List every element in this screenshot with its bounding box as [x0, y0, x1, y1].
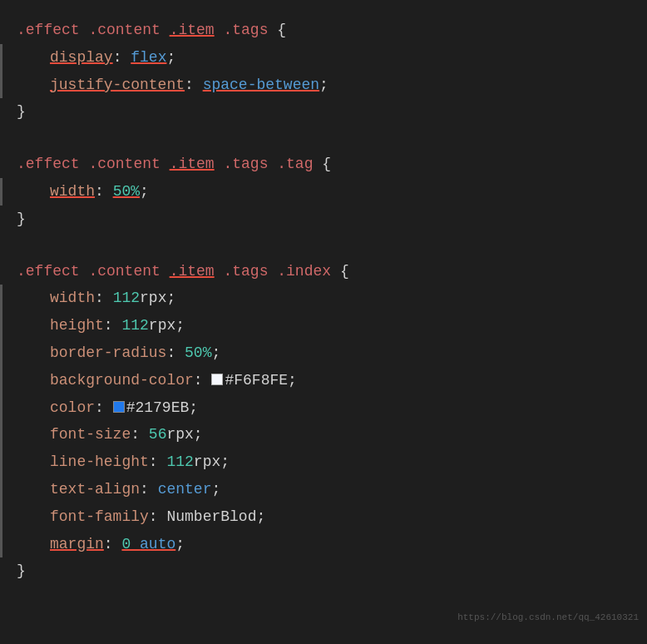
prop-font-size: font-size: 56rpx; — [0, 421, 647, 448]
value-numberbold: NumberBlod — [166, 505, 256, 529]
color-swatch-fg — [113, 401, 125, 413]
value-56: 56 — [149, 423, 167, 447]
value-rpx-fs: rpx — [166, 423, 193, 447]
prop-justify-content: justify-content: space-between; — [0, 72, 647, 99]
prop-display-text: display — [50, 46, 113, 70]
prop-lh-text: line-height — [50, 450, 149, 474]
item-keyword-2: .item — [170, 152, 215, 176]
prop-height-3: height: 112rpx; — [0, 312, 647, 339]
code-container: .effect .content .item .tags { display: … — [0, 0, 647, 627]
prop-bg-text: background-color — [50, 369, 194, 393]
semi: ; — [194, 423, 203, 447]
prop-margin-text: margin — [50, 533, 104, 557]
css-block-2: .effect .content .item .tags .tag { widt… — [0, 151, 647, 232]
prop-justify-text: justify-content — [50, 73, 185, 97]
value-auto: auto — [140, 533, 175, 557]
close-brace-2: } — [0, 206, 647, 233]
prop-border-radius: border-radius: 50%; — [0, 339, 647, 367]
close-brace-3: } — [0, 557, 647, 585]
prop-ta-text: text-align — [50, 478, 140, 502]
value-color-hex: #2179EB — [126, 396, 190, 420]
semi: ; — [211, 478, 220, 502]
semi: ; — [211, 341, 220, 365]
value-0: 0 — [121, 533, 140, 557]
value-112w: 112 — [113, 286, 140, 310]
brace-text: } — [17, 207, 26, 231]
prop-display: display: flex; — [0, 44, 647, 72]
semi: ; — [256, 505, 265, 529]
value-rpx-lh: rpx — [194, 450, 220, 474]
item-keyword-1: .item — [170, 18, 215, 42]
selector-line-2: .effect .content .item .tags .tag { — [0, 151, 647, 178]
selector-text-1b: .tags — [215, 18, 278, 42]
watermark: https://blog.csdn.net/qq_42610321 — [457, 612, 639, 622]
colon: : — [140, 478, 158, 502]
colon: : — [95, 180, 113, 204]
open-brace-3: { — [340, 260, 349, 284]
semi: ; — [166, 286, 175, 310]
colon: : — [95, 286, 113, 310]
value-flex: flex — [131, 46, 166, 70]
prop-color-text: color — [50, 396, 95, 420]
prop-font-family: font-family: NumberBlod; — [0, 503, 647, 531]
selector-line-1: .effect .content .item .tags { — [0, 17, 647, 44]
colon: : — [131, 423, 149, 447]
css-block-3: .effect .content .item .tags .index { wi… — [0, 258, 647, 586]
prop-width-3: width: 112rpx; — [0, 285, 647, 312]
colon: : — [194, 369, 212, 393]
brace-text: } — [17, 559, 26, 583]
colon: : — [185, 73, 203, 97]
colon: : — [166, 341, 185, 365]
open-brace-1: { — [277, 18, 286, 42]
colon: : — [149, 450, 167, 474]
prop-color: color: #2179EB; — [0, 394, 647, 422]
item-keyword-3: .item — [170, 260, 215, 284]
value-space-between: space-between — [203, 73, 319, 97]
value-112lh: 112 — [166, 450, 193, 474]
colon: : — [95, 396, 113, 420]
semi: ; — [319, 73, 328, 97]
semi: ; — [175, 314, 185, 338]
value-50: 50% — [113, 180, 140, 204]
value-bg-hex: #F6F8FE — [225, 369, 288, 393]
semi: ; — [175, 533, 185, 557]
semi: ; — [140, 180, 149, 204]
semi: ; — [288, 369, 297, 393]
colon: : — [104, 533, 122, 557]
prop-height-text-3: height — [50, 314, 104, 338]
selector-text-1: .effect .content — [17, 18, 170, 42]
prop-width-text-2: width — [50, 180, 95, 204]
css-block-1: .effect .content .item .tags { display: … — [0, 17, 647, 126]
selector-line-3: .effect .content .item .tags .index { — [0, 258, 647, 285]
semi: ; — [220, 450, 230, 474]
value-50-br: 50% — [185, 341, 211, 365]
semi: ; — [189, 396, 198, 420]
prop-border-radius-text: border-radius — [50, 341, 166, 365]
colon: : — [113, 46, 131, 70]
brace-text: } — [17, 100, 26, 124]
value-rpx-w: rpx — [140, 286, 166, 310]
value-rpx-h: rpx — [149, 314, 175, 338]
color-swatch-bg — [211, 374, 223, 385]
prop-line-height: line-height: 112rpx; — [0, 448, 647, 476]
selector-text-2: .effect .content — [17, 152, 170, 176]
selector-text-3b: .tags .index — [215, 260, 340, 284]
prop-margin: margin: 0 auto; — [0, 531, 647, 558]
selector-text-2b: .tags .tag — [215, 152, 323, 176]
semi: ; — [166, 46, 175, 70]
prop-text-align: text-align: center; — [0, 476, 647, 503]
value-112h: 112 — [121, 314, 148, 338]
prop-background-color: background-color: #F6F8FE; — [0, 367, 647, 394]
colon: : — [149, 505, 167, 529]
open-brace-2: { — [322, 152, 331, 176]
close-brace-1: } — [0, 98, 647, 126]
prop-font-size-text: font-size — [50, 423, 131, 447]
prop-ff-text: font-family — [50, 505, 149, 529]
colon: : — [104, 314, 122, 338]
value-center: center — [158, 478, 212, 502]
selector-text-3: .effect .content — [17, 260, 170, 284]
prop-width-2: width: 50%; — [0, 178, 647, 206]
prop-width-text-3: width — [50, 286, 95, 310]
